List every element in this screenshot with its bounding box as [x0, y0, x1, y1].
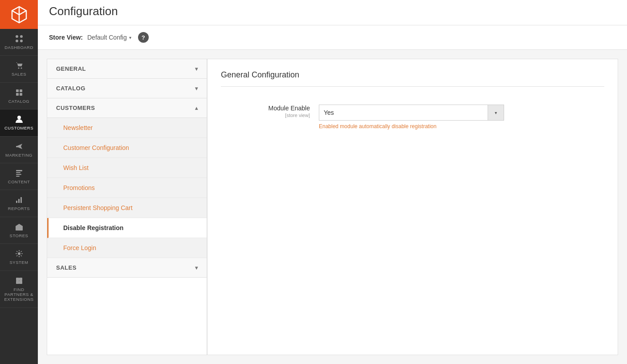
svg-rect-6 [16, 89, 19, 92]
svg-rect-13 [16, 172, 20, 173]
sidebar-item-system[interactable]: SYSTEM [0, 244, 38, 271]
section-header-customers[interactable]: CUSTOMERS ▴ [47, 98, 207, 118]
svg-rect-14 [16, 174, 21, 175]
sidebar-item-label-content: CONTENT [8, 179, 30, 184]
sub-item-wish-list[interactable]: Wish List [47, 158, 207, 178]
svg-rect-7 [20, 89, 22, 92]
sidebar-item-dashboard[interactable]: DASHBOARD [0, 29, 38, 56]
select-wrapper-module-enable: Yes No ▾ [319, 105, 604, 121]
svg-point-1 [20, 35, 23, 38]
store-view-dropdown[interactable]: Default Config ▾ [87, 34, 131, 41]
svg-point-2 [16, 40, 18, 42]
stores-icon [15, 222, 24, 231]
chevron-customers: ▴ [195, 105, 198, 111]
select-arrow-button[interactable]: ▾ [488, 105, 504, 121]
config-section-title: General Configuration [221, 70, 604, 87]
config-right-content: General Configuration Module Enable [sto… [207, 59, 618, 355]
sidebar-item-content[interactable]: CONTENT [0, 163, 38, 190]
sidebar-item-label-marketing: MARKETING [5, 153, 33, 158]
svg-point-3 [20, 40, 23, 42]
sidebar-item-label-dashboard: DASHBOARD [4, 45, 33, 50]
svg-rect-21 [16, 278, 19, 281]
svg-rect-18 [20, 197, 22, 203]
section-header-general[interactable]: GENERAL ▾ [47, 59, 207, 79]
config-layout: GENERAL ▾ CATALOG ▾ CUSTOMERS ▴ Newslett… [38, 50, 627, 364]
store-view-value: Default Config [87, 34, 127, 41]
form-row-module-enable: Module Enable [store view] Yes No ▾ Enab… [221, 98, 604, 136]
sidebar-item-catalog[interactable]: CATALOG [0, 83, 38, 109]
svg-point-4 [18, 68, 19, 69]
svg-point-10 [17, 116, 21, 119]
svg-rect-11 [16, 146, 18, 147]
sub-item-force-login[interactable]: Force Login [47, 238, 207, 258]
form-label-group: Module Enable [store view] [221, 105, 319, 118]
sidebar-item-label-customers: CUSTOMERS [4, 125, 33, 130]
config-left-panel: GENERAL ▾ CATALOG ▾ CUSTOMERS ▴ Newslett… [47, 59, 207, 355]
sidebar-item-stores[interactable]: STORES [0, 217, 38, 244]
sidebar-item-label-catalog: CATALOG [8, 99, 30, 104]
store-view-arrow: ▾ [129, 35, 131, 40]
section-label-general: GENERAL [56, 65, 86, 72]
extensions-icon [15, 276, 24, 285]
system-icon [15, 249, 24, 258]
field-label-module-enable: Module Enable [221, 105, 310, 112]
sidebar-item-label-system: SYSTEM [9, 260, 28, 265]
svg-point-20 [18, 252, 20, 255]
svg-rect-24 [19, 281, 22, 284]
svg-rect-8 [16, 93, 19, 96]
svg-rect-12 [16, 170, 22, 171]
field-hint-module-enable: Enabled module automatically disable reg… [319, 123, 604, 129]
chevron-catalog: ▾ [195, 85, 198, 92]
sidebar-item-label-sales: SALES [12, 72, 26, 77]
section-label-catalog: CATALOG [56, 85, 86, 92]
svg-rect-22 [19, 278, 22, 281]
reports-icon [15, 195, 24, 204]
sidebar-item-extensions[interactable]: FIND PARTNERS & EXTENSIONS [0, 271, 38, 308]
store-view-bar: Store View: Default Config ▾ ? [38, 25, 627, 50]
module-enable-select[interactable]: Yes No [319, 105, 488, 121]
svg-rect-15 [16, 176, 20, 177]
marketing-icon [15, 142, 24, 151]
sidebar: DASHBOARD SALES CATALOG CUSTOMERS MARKET… [0, 0, 38, 364]
svg-point-0 [16, 35, 18, 38]
sidebar-item-marketing[interactable]: MARKETING [0, 137, 38, 163]
chevron-sales: ▾ [195, 265, 198, 271]
section-header-catalog[interactable]: CATALOG ▾ [47, 79, 207, 98]
sidebar-item-reports[interactable]: REPORTS [0, 190, 38, 217]
help-button[interactable]: ? [138, 32, 149, 43]
sales-icon [15, 61, 24, 70]
sub-item-disable-registration[interactable]: Disable Registration [47, 218, 207, 238]
main-content: Configuration Store View: Default Config… [38, 0, 627, 364]
sub-item-customer-configuration[interactable]: Customer Configuration [47, 138, 207, 158]
sidebar-item-label-extensions: FIND PARTNERS & EXTENSIONS [2, 287, 36, 302]
section-header-sales[interactable]: SALES ▾ [47, 258, 207, 278]
customers-sub-items: Newsletter Customer Configuration Wish L… [47, 118, 207, 258]
form-field-module-enable: Yes No ▾ Enabled module automatically di… [319, 105, 604, 129]
field-sublabel-module-enable: [store view] [221, 113, 310, 118]
section-label-sales: SALES [56, 264, 77, 271]
svg-rect-23 [16, 281, 19, 284]
store-view-label: Store View: [49, 34, 83, 41]
catalog-icon [15, 88, 24, 97]
sub-item-persistent-shopping-cart[interactable]: Persistent Shopping Cart [47, 198, 207, 218]
sub-item-newsletter[interactable]: Newsletter [47, 118, 207, 138]
svg-point-5 [20, 68, 22, 69]
sub-item-promotions[interactable]: Promotions [47, 178, 207, 198]
sidebar-item-customers[interactable]: CUSTOMERS [0, 109, 38, 136]
content-icon [15, 169, 24, 178]
svg-rect-9 [20, 93, 22, 96]
sidebar-item-sales[interactable]: SALES [0, 56, 38, 82]
chevron-general: ▾ [195, 66, 198, 72]
sidebar-item-label-reports: REPORTS [8, 206, 30, 211]
sidebar-item-label-stores: STORES [10, 233, 28, 238]
dashboard-icon [15, 34, 24, 43]
svg-rect-16 [16, 201, 17, 203]
section-label-customers: CUSTOMERS [56, 105, 95, 111]
customers-icon [15, 115, 24, 124]
svg-rect-17 [18, 199, 20, 203]
magento-logo [0, 0, 38, 29]
svg-rect-19 [18, 228, 20, 231]
page-title: Configuration [38, 0, 627, 25]
